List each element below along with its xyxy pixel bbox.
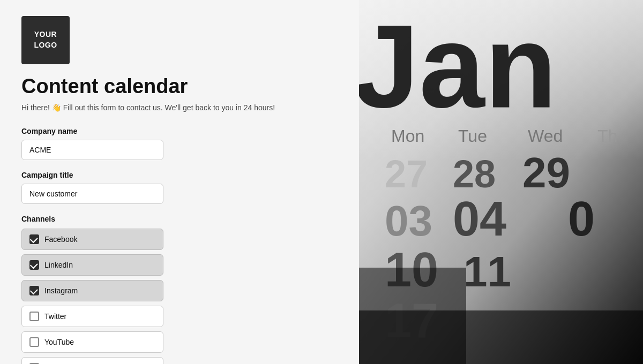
channels-label: Channels [21, 215, 338, 223]
svg-text:27: 27 [385, 153, 428, 195]
company-name-field-group: Company name [21, 127, 338, 160]
logo-text: YOUR LOGO [34, 29, 57, 50]
campaign-title-input[interactable] [21, 184, 163, 204]
svg-text:0: 0 [568, 192, 595, 246]
checkbox-instagram [29, 286, 39, 295]
svg-text:Jan: Jan [359, 1, 557, 132]
campaign-title-field-group: Campaign title [21, 171, 338, 204]
campaign-title-label: Campaign title [21, 171, 338, 179]
right-panel: Jan Mon Tue Wed Th 27 28 29 03 04 0 10 1… [359, 0, 643, 364]
svg-text:29: 29 [522, 149, 570, 196]
company-name-input[interactable] [21, 140, 163, 160]
left-panel: YOUR LOGO Content calendar Hi there! 👋 F… [0, 0, 359, 364]
channel-facebook-label: Facebook [44, 235, 77, 244]
channel-youtube[interactable]: YouTube [21, 331, 163, 353]
svg-text:Mon: Mon [391, 126, 424, 146]
channel-linkedin[interactable]: LinkedIn [21, 254, 163, 276]
channel-instagram[interactable]: Instagram [21, 280, 163, 301]
svg-text:03: 03 [385, 197, 432, 245]
channel-twitter-label: Twitter [44, 312, 66, 321]
svg-text:Wed: Wed [528, 126, 563, 146]
logo: YOUR LOGO [21, 16, 70, 64]
company-name-label: Company name [21, 127, 338, 135]
channel-instagram-label: Instagram [44, 286, 78, 295]
checkbox-facebook [29, 234, 39, 244]
svg-rect-17 [359, 310, 643, 364]
channel-pinterest[interactable]: Pinterest [21, 357, 163, 364]
checkbox-twitter [29, 312, 39, 321]
channel-youtube-label: YouTube [44, 338, 74, 346]
channels-field-group: Channels Facebook LinkedIn Instagram Twi… [21, 215, 338, 364]
channel-twitter[interactable]: Twitter [21, 306, 163, 327]
checkbox-linkedin [29, 260, 39, 270]
channel-facebook[interactable]: Facebook [21, 229, 163, 250]
page-title: Content calendar [21, 75, 338, 98]
svg-text:04: 04 [453, 192, 506, 246]
checkbox-youtube [29, 337, 39, 347]
calendar-image: Jan Mon Tue Wed Th 27 28 29 03 04 0 10 1… [359, 0, 643, 364]
svg-text:Tue: Tue [458, 126, 487, 146]
page-subtitle: Hi there! 👋 Fill out this form to contac… [21, 103, 338, 112]
channel-linkedin-label: LinkedIn [44, 261, 73, 269]
svg-text:28: 28 [453, 153, 496, 195]
svg-text:Th: Th [597, 126, 617, 146]
svg-text:11: 11 [463, 248, 511, 295]
